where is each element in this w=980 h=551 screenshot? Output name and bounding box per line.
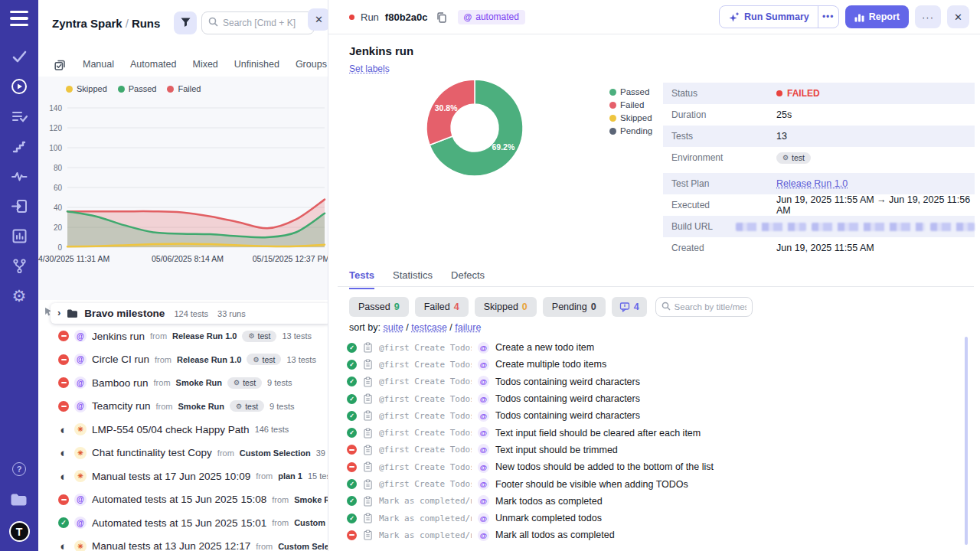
legend-item-failed[interactable]: Failed — [167, 84, 201, 93]
legend-item-skipped[interactable]: Skipped — [66, 84, 107, 93]
skipped-filter-pill[interactable]: Skipped 0 — [475, 297, 537, 317]
tests-search-input[interactable] — [675, 302, 746, 311]
scrollbar-thumb[interactable] — [965, 337, 968, 545]
clipboard-icon — [363, 428, 373, 439]
run-row[interactable]: @ Bamboo run from Smoke Run ⚙test 9 test… — [38, 371, 328, 395]
runs-tab-mixed[interactable]: Mixed — [192, 59, 217, 70]
runs-list-section: › Bravo milestone 124 tests 33 runs @ Je… — [38, 302, 328, 551]
legend-item-passed[interactable]: Passed — [609, 87, 652, 96]
run-status-icon — [58, 331, 69, 341]
legend-item-pending[interactable]: Pending — [609, 126, 652, 135]
run-source: Release Run 1.0 — [177, 355, 241, 364]
test-row[interactable]: @first Create Todos… @ Create a new todo… — [347, 339, 962, 356]
failed-filter-pill[interactable]: Failed 4 — [415, 297, 469, 317]
search-input[interactable] — [223, 18, 308, 28]
panel-close-button[interactable]: ✕ — [308, 8, 328, 31]
branches-icon[interactable] — [9, 256, 29, 275]
runs-icon[interactable] — [9, 77, 29, 96]
copy-run-id-button[interactable] — [436, 11, 447, 23]
run-row[interactable]: ✳ Manual tests at 13 Jun 2025 12:17 from… — [38, 535, 328, 551]
svg-text:20: 20 — [54, 223, 63, 232]
analytics-icon[interactable] — [9, 227, 29, 245]
test-row[interactable]: Mark as completed/n… @ Unmark completed … — [347, 510, 962, 527]
sort-by-failure[interactable]: failure — [455, 322, 481, 333]
run-row[interactable]: @ Automated tests at 15 Jun 2025 15:08 f… — [38, 488, 328, 512]
runs-history-chart: Skipped Passed Failed 140120100806040200… — [38, 77, 328, 300]
runs-tab-manual[interactable]: Manual — [83, 59, 114, 70]
projects-folder-icon[interactable] — [9, 491, 29, 509]
chevron-right-icon[interactable]: › — [57, 307, 60, 318]
test-plans-icon[interactable] — [9, 107, 29, 126]
detail-close-button[interactable]: ✕ — [947, 5, 969, 28]
test-title: New todos should be added to the bottom … — [495, 461, 714, 472]
legend-item-passed[interactable]: Passed — [118, 84, 157, 93]
run-row[interactable]: ✳ Chat functinality test Copy from Custo… — [38, 442, 328, 465]
report-button[interactable]: Report — [845, 5, 909, 28]
run-row[interactable]: @ Jenkins run from Release Run 1.0 ⚙test… — [38, 324, 328, 348]
automated-run-icon: @ — [74, 330, 87, 342]
automated-badge[interactable]: @automated — [458, 10, 525, 24]
more-actions-button[interactable]: ··· — [915, 5, 941, 28]
runs-tab-unfinished[interactable]: Unfinished — [234, 59, 279, 70]
sort-by-testcase[interactable]: testcase — [411, 322, 447, 333]
run-tests-count: 9 tests — [267, 378, 292, 387]
settings-gear-icon[interactable]: ⚙ — [9, 286, 29, 305]
automated-test-icon: @ — [478, 376, 489, 387]
import-icon[interactable] — [9, 197, 29, 215]
filter-button[interactable] — [174, 11, 197, 34]
runs-panel-header: Zyntra Spark/Runs ✕ — [38, 0, 328, 46]
test-row[interactable]: @first Create Todos… @ Text input field … — [347, 424, 962, 441]
pulse-icon[interactable] — [9, 167, 29, 185]
run-summary-more-button[interactable]: ••• — [818, 6, 838, 28]
milestones-icon[interactable] — [9, 137, 29, 155]
run-row[interactable]: ✳ LMP-554 05/04 check Happy Path 146 tes… — [38, 418, 328, 442]
runs-tab-automated[interactable]: Automated — [130, 59, 176, 70]
legend-item-failed[interactable]: Failed — [609, 100, 652, 109]
run-row[interactable]: @ Circle CI run from Release Run 1.0 ⚙te… — [38, 348, 328, 372]
clipboard-icon — [363, 359, 373, 370]
test-status-icon — [347, 428, 357, 438]
test-row[interactable]: @first Create Todos… @ Todos containing … — [347, 390, 962, 407]
run-summary-button[interactable]: Run Summary — [720, 6, 818, 28]
test-row[interactable]: Mark as completed/n… @ Mark todos as com… — [347, 493, 962, 510]
runs-tab-groups[interactable]: Groups — [296, 59, 327, 70]
breadcrumb-project[interactable]: Zyntra Spark — [52, 17, 122, 30]
test-row[interactable]: @first Create Todos… @ Text input should… — [347, 442, 962, 458]
run-from-label: from — [156, 402, 173, 411]
automated-run-icon: @ — [74, 377, 87, 389]
run-from-label: from — [272, 518, 289, 527]
help-icon[interactable]: ? — [9, 460, 29, 478]
tests-icon[interactable] — [9, 47, 29, 66]
run-from-label: from — [256, 542, 273, 551]
app-logo[interactable]: T — [9, 521, 30, 542]
environment-badge: ⚙test — [776, 152, 811, 164]
test-status-icon — [347, 343, 357, 353]
run-label: Run — [361, 11, 379, 23]
run-row[interactable]: ✳ Manual tests at 17 Jun 2025 10:09 from… — [38, 465, 328, 488]
run-status-icon — [58, 424, 69, 435]
test-row[interactable]: @first Create Todos… @ Create multiple t… — [347, 356, 962, 373]
test-row[interactable]: @first Create Todos… @ Todos containing … — [347, 407, 962, 424]
test-row[interactable]: @first Create Todos… @ Todos containing … — [347, 373, 962, 390]
runs-list: @ Jenkins run from Release Run 1.0 ⚙test… — [38, 324, 328, 551]
run-row[interactable]: @ Teamcity run from Smoke Run ⚙test 9 te… — [38, 395, 328, 419]
clipboard-icon — [363, 377, 373, 387]
test-suite-name: @first Create Todos… — [379, 445, 472, 455]
select-all-icon[interactable] — [54, 58, 67, 71]
test-row[interactable]: Mark as completed/n… @ Mark all todos as… — [347, 527, 962, 543]
passed-filter-pill[interactable]: Passed 9 — [349, 297, 409, 317]
info-label: Tests — [663, 131, 776, 142]
sort-by-suite[interactable]: suite — [383, 322, 403, 333]
test-row[interactable]: @first Create Todos… @ New todos should … — [347, 458, 962, 475]
milestone-row[interactable]: › Bravo milestone 124 tests 33 runs — [51, 303, 328, 324]
sort-by-label: sort by: — [349, 322, 381, 333]
comments-filter-pill[interactable]: 4 — [612, 297, 647, 317]
test-row[interactable]: @first Create Todos… @ Footer should be … — [347, 475, 962, 492]
test-plan-link[interactable]: Release Run 1.0 — [776, 178, 848, 189]
set-labels-link[interactable]: Set labels — [349, 64, 390, 74]
pending-filter-pill[interactable]: Pending 0 — [543, 297, 606, 317]
run-row[interactable]: @ Automated tests at 15 Jun 2025 15:01 f… — [38, 511, 328, 535]
legend-item-skipped[interactable]: Skipped — [609, 113, 652, 122]
hamburger-menu-icon[interactable] — [10, 11, 28, 26]
svg-text:140: 140 — [49, 104, 62, 112]
